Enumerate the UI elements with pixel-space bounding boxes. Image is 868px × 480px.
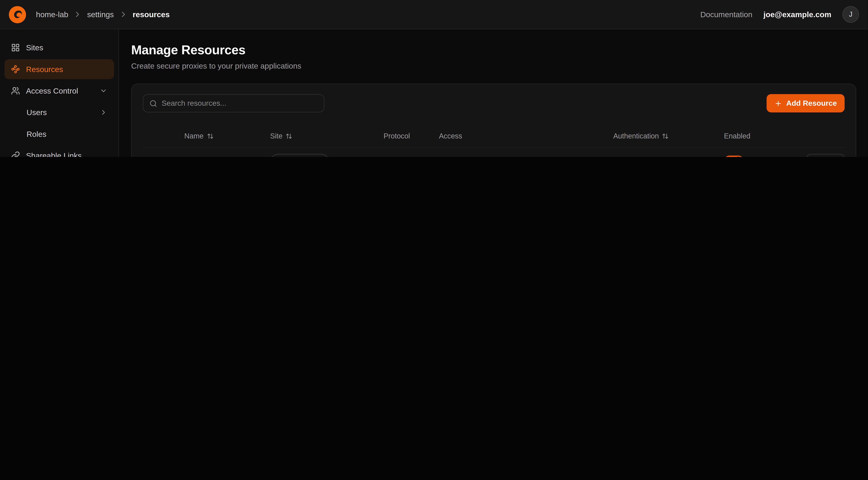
- search-input[interactable]: [162, 99, 318, 108]
- sidebar-item-roles[interactable]: Roles: [4, 124, 114, 144]
- documentation-link[interactable]: Documentation: [700, 10, 752, 19]
- column-header-protocol: Protocol: [383, 132, 439, 140]
- topbar: home-lab settings resources Documentatio…: [0, 0, 868, 29]
- column-header-access: Access: [439, 132, 613, 140]
- avatar[interactable]: J: [842, 6, 859, 23]
- column-header-label: Protocol: [383, 132, 410, 140]
- pangolin-logo[interactable]: [9, 6, 26, 23]
- main-content: Manage Resources Create secure proxies t…: [119, 29, 868, 157]
- resources-table: Name Site Protocol Access: [143, 124, 845, 157]
- app-window: home-lab settings resources Documentatio…: [0, 0, 868, 157]
- breadcrumb-settings[interactable]: settings: [87, 10, 114, 19]
- chevron-down-icon: [100, 87, 107, 95]
- site-link[interactable]: Home Lab: [270, 154, 329, 157]
- sort-icon: [207, 133, 214, 139]
- toggle-knob: [734, 157, 743, 157]
- chevron-right-icon: [119, 10, 128, 19]
- column-header-authentication[interactable]: Authentication: [613, 132, 724, 140]
- user-email[interactable]: joe@example.com: [764, 10, 831, 19]
- plus-icon: [775, 99, 782, 107]
- sidebar-item-label: Users: [27, 108, 47, 117]
- column-header-label: Enabled: [724, 132, 750, 140]
- users-icon: [11, 86, 20, 95]
- column-header-enabled: Enabled: [724, 132, 796, 140]
- sidebar-item-label: Shareable Links: [26, 151, 82, 157]
- sidebar-item-label: Resources: [26, 65, 63, 74]
- column-header-label: Access: [439, 132, 462, 140]
- sidebar-item-sites[interactable]: Sites: [4, 38, 114, 58]
- sort-icon: [286, 133, 292, 139]
- page-title: Manage Resources: [131, 43, 856, 58]
- resources-waypoints-icon: [11, 65, 20, 74]
- search-box: [143, 94, 324, 112]
- edit-button[interactable]: Edit: [806, 154, 844, 157]
- sort-icon: [662, 133, 669, 139]
- column-header-site[interactable]: Site: [270, 132, 383, 140]
- link-icon: [11, 151, 20, 157]
- table-toolbar: Add Resource: [143, 94, 845, 112]
- resources-card: Add Resource Name Site: [131, 84, 856, 157]
- column-header-name[interactable]: Name: [184, 132, 270, 140]
- breadcrumb-resources[interactable]: resources: [133, 10, 170, 19]
- column-header-label: Authentication: [613, 132, 659, 140]
- sidebar-item-shareable-links[interactable]: Shareable Links: [4, 146, 114, 157]
- sidebar: Sites Resources Access Control Users Rol…: [0, 29, 119, 157]
- chevron-right-icon: [100, 109, 107, 116]
- add-resource-label: Add Resource: [786, 99, 837, 108]
- breadcrumb: home-lab settings resources: [36, 10, 170, 19]
- sidebar-item-access-control[interactable]: Access Control: [4, 81, 114, 101]
- sidebar-nav: Sites Resources Access Control Users Rol…: [0, 29, 119, 157]
- add-resource-button[interactable]: Add Resource: [767, 94, 845, 112]
- table-header-row: Name Site Protocol Access: [143, 124, 845, 148]
- sidebar-item-label: Roles: [27, 129, 46, 139]
- pangolin-logo-icon: [11, 8, 24, 21]
- sidebar-item-label: Access Control: [26, 86, 78, 95]
- sidebar-item-label: Sites: [26, 43, 43, 52]
- sidebar-item-users[interactable]: Users: [4, 102, 114, 122]
- table-row: Immich Home Lab TCP https://immich.examp…: [143, 148, 845, 157]
- column-header-label: Site: [270, 132, 283, 140]
- chevron-right-icon: [73, 10, 82, 19]
- search-icon: [150, 99, 157, 107]
- page-subtitle: Create secure proxies to your private ap…: [131, 62, 856, 70]
- breadcrumb-org[interactable]: home-lab: [36, 10, 68, 19]
- enabled-toggle[interactable]: [724, 156, 744, 157]
- column-header-label: Name: [184, 132, 204, 140]
- sites-grid-icon: [11, 43, 20, 52]
- sidebar-item-resources[interactable]: Resources: [4, 59, 114, 79]
- row-menu-button[interactable]: [143, 155, 156, 157]
